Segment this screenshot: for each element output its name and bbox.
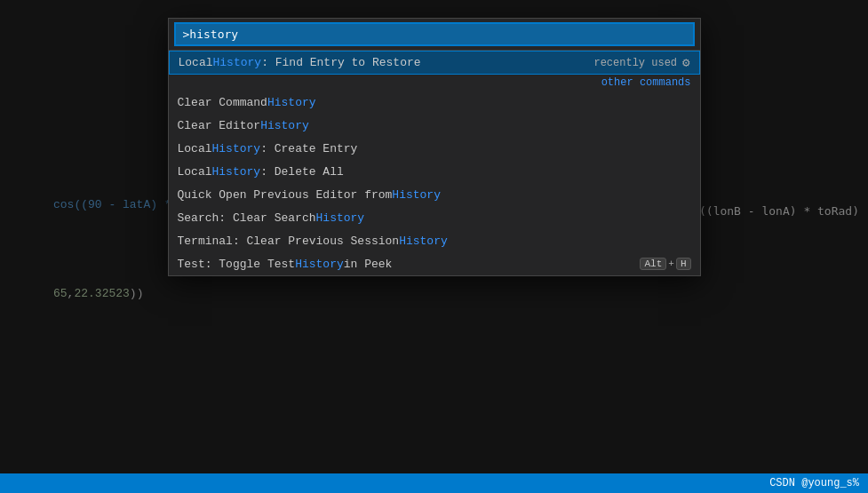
- result-highlight-8: History: [295, 258, 344, 271]
- result-prefix-3: Local: [178, 142, 212, 155]
- result-item-left-3: Local History : Create Entry: [178, 142, 691, 155]
- result-item-3[interactable]: Local History : Create Entry: [169, 137, 700, 160]
- gear-icon[interactable]: ⚙: [682, 55, 689, 70]
- command-palette-overlay: Local History : Find Entry to Restore re…: [0, 0, 868, 493]
- result-highlight-2: History: [260, 119, 309, 132]
- result-prefix-7: Terminal: Clear Previous Session: [178, 235, 400, 248]
- result-item-1[interactable]: Clear Command History: [169, 91, 700, 114]
- result-highlight-3: History: [212, 142, 261, 155]
- command-palette: Local History : Find Entry to Restore re…: [168, 18, 701, 276]
- result-highlight-6: History: [316, 211, 365, 225]
- result-highlight-4: History: [212, 165, 261, 179]
- result-highlight-0: History: [213, 56, 262, 69]
- result-suffix-4: : Delete All: [260, 165, 344, 179]
- result-item-left-4: Local History : Delete All: [178, 165, 691, 179]
- result-prefix-1: Clear Command: [178, 96, 267, 109]
- result-item-left-8: Test: Toggle Test History in Peek: [178, 258, 641, 271]
- key-h: H: [676, 258, 691, 270]
- result-prefix-8: Test: Toggle Test: [178, 258, 296, 271]
- recently-used-label: recently used: [593, 57, 677, 69]
- result-item-left-2: Clear Editor History: [178, 119, 691, 132]
- result-item-6[interactable]: Search: Clear Search History: [169, 206, 700, 229]
- command-input-wrapper: [169, 19, 700, 51]
- keybinding-alt-h: Alt + H: [640, 258, 690, 270]
- command-results: Local History : Find Entry to Restore re…: [169, 51, 700, 275]
- result-prefix-0: Local: [179, 56, 213, 69]
- result-item-left-7: Terminal: Clear Previous Session History: [178, 235, 691, 248]
- result-item-left-5: Quick Open Previous Editor from History: [178, 188, 691, 202]
- result-item-left-1: Clear Command History: [178, 96, 691, 109]
- result-prefix-2: Clear Editor: [178, 119, 261, 132]
- other-commands-row: other commands: [169, 75, 700, 91]
- result-keybinding-8: Alt + H: [640, 258, 690, 270]
- result-item-left: Local History : Find Entry to Restore: [179, 56, 594, 69]
- result-item-selected[interactable]: Local History : Find Entry to Restore re…: [169, 51, 700, 75]
- result-prefix-4: Local: [178, 165, 212, 179]
- command-input[interactable]: [174, 22, 695, 46]
- status-bar: CSDN @young_s%: [0, 473, 868, 493]
- result-suffix-3: : Create Entry: [260, 142, 357, 155]
- result-suffix-0: : Find Entry to Restore: [261, 56, 420, 69]
- status-text: CSDN @young_s%: [769, 477, 859, 489]
- key-plus: +: [668, 258, 674, 269]
- result-highlight-1: History: [267, 96, 316, 109]
- key-alt: Alt: [640, 258, 666, 270]
- result-item-4[interactable]: Local History : Delete All: [169, 160, 700, 183]
- result-item-left-6: Search: Clear Search History: [178, 211, 691, 225]
- result-item-5[interactable]: Quick Open Previous Editor from History: [169, 183, 700, 206]
- result-highlight-7: History: [399, 235, 448, 248]
- result-item-2[interactable]: Clear Editor History: [169, 114, 700, 137]
- result-prefix-5: Quick Open Previous Editor from: [178, 188, 393, 202]
- result-highlight-5: History: [392, 188, 441, 202]
- result-item-8[interactable]: Test: Toggle Test History in Peek Alt + …: [169, 252, 700, 275]
- result-item-7[interactable]: Terminal: Clear Previous Session History: [169, 229, 700, 252]
- result-item-right-0: recently used ⚙: [593, 55, 689, 70]
- other-commands-label: other commands: [601, 76, 691, 89]
- result-prefix-6: Search: Clear Search: [178, 211, 316, 225]
- result-suffix-8: in Peek: [344, 258, 393, 271]
